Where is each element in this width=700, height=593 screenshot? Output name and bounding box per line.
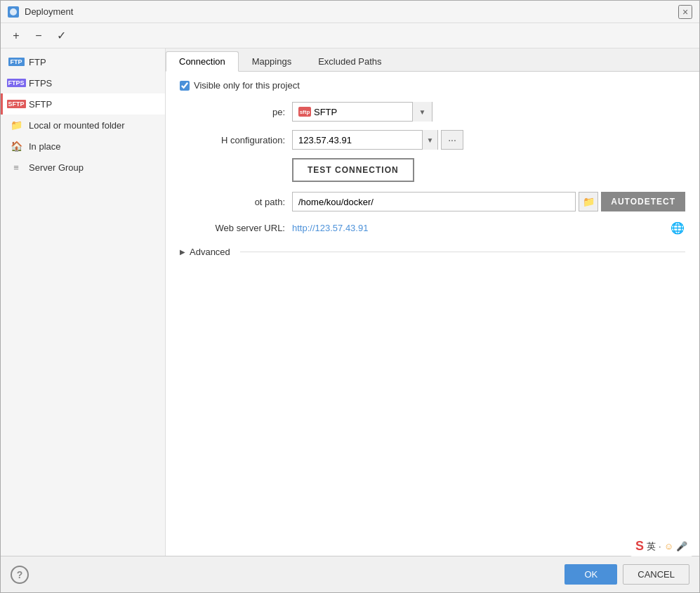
type-label: pe: (180, 107, 292, 117)
ime-mic-icon: 🎤 (676, 541, 687, 552)
sidebar-item-ftp-label: FTP (29, 57, 46, 67)
help-button[interactable]: ? (11, 566, 29, 584)
type-select[interactable]: sftp SFTP ▼ (292, 102, 432, 122)
advanced-divider (240, 252, 685, 252)
remove-button[interactable]: − (29, 26, 48, 46)
sidebar: FTP FTP FTPS FTPS SFTP SFTP 📁 Lo (1, 48, 166, 556)
sidebar-item-ftp[interactable]: FTP FTP (1, 51, 165, 72)
advanced-arrow-icon: ▶ (180, 248, 185, 256)
sidebar-item-sftp-label: SFTP (29, 99, 52, 110)
sftp-icon: SFTP (9, 98, 23, 110)
root-path-buttons: 📁 AUTODETECT (579, 192, 685, 211)
cancel-button[interactable]: CANCEL (623, 564, 689, 585)
sidebar-item-local-label: Local or mounted folder (29, 120, 125, 131)
window-title: Deployment (25, 6, 73, 17)
ssh-row: H configuration: ▼ ··· (180, 130, 685, 150)
add-button[interactable]: + (6, 26, 26, 46)
visible-project-label: Visible only for this project (194, 80, 300, 91)
ssh-input-group: ▼ ··· (292, 130, 685, 150)
sidebar-item-inplace[interactable]: 🏠 In place (1, 136, 165, 157)
ime-punc-icon: · (659, 541, 661, 552)
ftps-icon: FTPS (9, 77, 23, 89)
web-server-url[interactable]: http://123.57.43.91 (292, 223, 670, 233)
root-path-row: ot path: 📁 AUTODETECT (180, 192, 685, 211)
root-path-input[interactable] (292, 192, 576, 211)
advanced-header[interactable]: ▶ Advanced (180, 244, 685, 260)
autodetect-button[interactable]: AUTODETECT (601, 192, 685, 211)
type-select-arrow[interactable]: ▼ (412, 102, 432, 122)
visible-project-row: Visible only for this project (180, 80, 685, 91)
ftp-icon: FTP (9, 56, 23, 67)
close-button[interactable]: × (678, 5, 692, 19)
tab-connection[interactable]: Connection (166, 51, 239, 72)
sftp-badge-icon: sftp (298, 107, 311, 117)
sidebar-item-sftp[interactable]: SFTP SFTP (1, 93, 165, 115)
folder-icon: 📁 (9, 119, 23, 131)
type-input-group: sftp SFTP ▼ (292, 102, 685, 122)
tabs: Connection Mappings Excluded Paths (166, 48, 699, 72)
ssh-input-wrapper: ▼ (292, 130, 438, 150)
deployment-window: Deployment × + − ✓ FTP FTP FTPS FTPS (0, 0, 700, 593)
sidebar-item-ftps[interactable]: FTPS FTPS (1, 72, 165, 93)
type-select-value: sftp SFTP (293, 107, 412, 117)
ime-s-icon: S (635, 539, 644, 554)
ok-button[interactable]: OK (564, 564, 617, 585)
content-area: Connection Mappings Excluded Paths Visib… (166, 48, 699, 556)
ime-en-label: 英 (647, 540, 656, 553)
confirm-button[interactable]: ✓ (51, 26, 71, 46)
bottom-buttons: OK CANCEL (564, 564, 689, 585)
tab-excluded-paths[interactable]: Excluded Paths (305, 51, 395, 72)
web-server-label: Web server URL: (180, 223, 292, 233)
ime-smile-icon: ☺ (664, 541, 673, 552)
app-icon (8, 6, 19, 18)
ime-overlay: S 英 · ☺ 🎤 (630, 536, 693, 556)
advanced-label: Advanced (190, 247, 230, 257)
svg-point-0 (10, 8, 17, 15)
sidebar-item-servergroup[interactable]: ≡ Server Group (1, 157, 165, 178)
sidebar-item-inplace-label: In place (29, 141, 61, 152)
title-bar: Deployment × (1, 1, 699, 23)
sidebar-item-ftps-label: FTPS (29, 78, 52, 89)
tab-mappings[interactable]: Mappings (239, 51, 305, 72)
toolbar: + − ✓ (1, 23, 699, 48)
advanced-section: ▶ Advanced (180, 244, 685, 260)
visible-project-checkbox[interactable] (180, 81, 190, 91)
server-icon: ≡ (9, 162, 23, 173)
title-bar-left: Deployment (8, 6, 73, 18)
sidebar-item-local[interactable]: 📁 Local or mounted folder (1, 115, 165, 136)
web-server-row: Web server URL: http://123.57.43.91 🌐 (180, 220, 685, 235)
sidebar-item-servergroup-label: Server Group (29, 162, 84, 173)
root-path-label: ot path: (180, 197, 292, 207)
ssh-input[interactable] (293, 135, 422, 145)
root-path-browse-button[interactable]: 📁 (579, 192, 598, 211)
ssh-label: H configuration: (180, 135, 292, 145)
type-row: pe: sftp SFTP ▼ (180, 102, 685, 122)
bottom-bar: ? OK CANCEL (1, 556, 699, 592)
form-content: Visible only for this project pe: sftp S… (166, 72, 699, 556)
ssh-more-button[interactable]: ··· (441, 130, 463, 150)
globe-icon[interactable]: 🌐 (670, 220, 685, 235)
home-icon: 🏠 (9, 141, 23, 152)
ssh-dropdown-arrow[interactable]: ▼ (422, 130, 437, 150)
main-area: FTP FTP FTPS FTPS SFTP SFTP 📁 Lo (1, 48, 699, 556)
test-connection-button[interactable]: TEST CONNECTION (292, 158, 414, 182)
sftp-badge: sftp SFTP (298, 107, 337, 117)
